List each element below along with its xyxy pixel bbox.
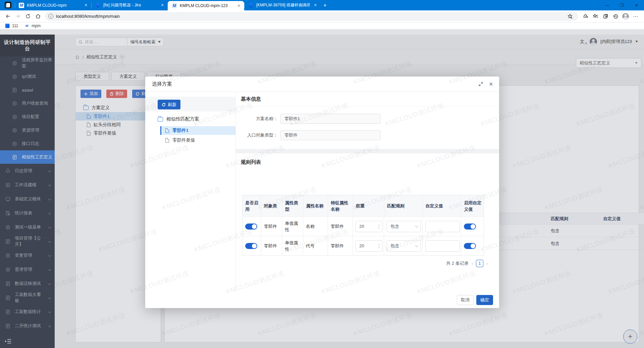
profile-icon[interactable] <box>621 12 631 21</box>
bookmark-label: mpm <box>32 23 41 28</box>
custom-value-input[interactable] <box>425 240 460 252</box>
modal-title: 选择方案 <box>152 81 172 87</box>
tab-title: [fix] 问题导航器 - Jira <box>103 2 157 8</box>
url-text[interactable]: localhost:8080/kmsoft/mpm/main <box>56 14 120 19</box>
modal-pagination: 共 2 条记录 ‹ 1 › <box>446 260 488 267</box>
record-count: 共 2 条记录 <box>446 260 468 266</box>
site-info-icon[interactable]: i <box>48 14 53 19</box>
folder-icon <box>158 117 163 121</box>
km-favicon: M <box>172 3 177 8</box>
workspace-icon[interactable] <box>5 2 11 8</box>
section-rule-list: 规则列表 <box>241 159 261 165</box>
select-scheme-modal: 选择方案 ✕ 刷新 相似性匹配方案 <box>145 77 499 308</box>
browser-titlebar: M KMPLM CLOUD-mpm ✕ [fix] 问题导航器 - Jira ✕… <box>0 0 644 10</box>
section-basic-info: 基本信息 <box>241 96 261 102</box>
scheme-name-label: 方案名称： <box>236 116 278 122</box>
next-page-icon[interactable]: › <box>486 261 488 266</box>
window-close-button[interactable]: ✕ <box>629 0 644 10</box>
modal-tree-item-selected[interactable]: 零部件1 <box>160 126 235 135</box>
home-icon[interactable] <box>33 12 43 21</box>
favorite-add-icon[interactable] <box>565 12 575 21</box>
entry-type-label: 入口对象类型： <box>236 132 278 138</box>
chevron-down-icon <box>415 244 418 247</box>
close-icon[interactable]: ✕ <box>489 81 493 87</box>
enable-toggle-on[interactable] <box>245 223 257 230</box>
tab-close-icon[interactable]: ✕ <box>236 4 241 8</box>
jira-favicon <box>5 24 10 28</box>
entry-type-input[interactable] <box>280 130 380 140</box>
history-icon[interactable] <box>610 12 621 21</box>
tab-title: KMPLM CLOUD-mpm <box>27 3 80 8</box>
tab-close-icon[interactable]: ✕ <box>313 3 318 7</box>
address-bar[interactable]: i localhost:8080/kmsoft/mpm/main <box>45 12 578 21</box>
document-icon <box>165 138 169 143</box>
rules-table-header: 是否启用 对象类 属性类型 属性名称 特征属性名称 权重 匹配规则 自定义值 启… <box>243 195 484 216</box>
bookmark-111[interactable]: 111 <box>5 23 18 29</box>
favorites-icon[interactable] <box>590 12 600 21</box>
browser-tab-4[interactable]: [KMPLM-38759] 搭建样例调用s ✕ <box>244 0 321 10</box>
custom-toggle-on[interactable] <box>464 243 476 249</box>
window-restore-button[interactable]: ❐ <box>614 0 629 10</box>
modal-tree-root[interactable]: 相似性匹配方案 <box>158 116 199 122</box>
tab-title: KMPLM CLOUD-mpm-123 <box>180 3 233 8</box>
scheme-name-input[interactable] <box>280 114 380 124</box>
browser-tab-1[interactable]: M KMPLM CLOUD-mpm ✕ <box>15 0 91 10</box>
refresh-icon[interactable] <box>23 12 33 21</box>
tab-close-icon[interactable]: ✕ <box>83 3 89 7</box>
bookmarks-bar: 111 M mpm <box>0 22 644 29</box>
document-icon <box>165 128 169 133</box>
screen: M KMPLM CLOUD-mpm ✕ [fix] 问题导航器 - Jira ✕… <box>0 0 644 348</box>
rules-table: 是否启用 对象类 属性类型 属性名称 特征属性名称 权重 匹配规则 自定义值 启… <box>242 195 484 256</box>
chevron-down-icon <box>415 224 418 228</box>
modal-body: 刷新 相似性匹配方案 零部件1 零部件差值 <box>145 92 499 293</box>
modal-tree-panel: 刷新 相似性匹配方案 零部件1 零部件差值 <box>145 92 236 293</box>
weight-input[interactable] <box>356 240 382 252</box>
weight-input[interactable] <box>356 221 382 232</box>
modal-footer: 取消 确定 <box>145 293 499 308</box>
km-favicon: M <box>25 24 29 28</box>
match-rule-select[interactable]: 包含 <box>387 221 421 232</box>
modal-refresh-button[interactable]: 刷新 <box>158 100 180 109</box>
modal-header: 选择方案 ✕ <box>145 77 499 92</box>
match-rule-select[interactable]: 包含 <box>387 240 421 252</box>
refresh-icon <box>162 103 166 107</box>
confirm-button[interactable]: 确定 <box>476 295 493 305</box>
rule-row-2: 零部件 单值属性 代号 零部件 ▲▼ 包含 <box>243 236 484 255</box>
forward-icon[interactable] <box>13 12 23 21</box>
bookmark-label: 111 <box>12 23 18 28</box>
jira-favicon <box>248 2 254 8</box>
jira-favicon <box>95 2 101 8</box>
app-root: 设计制造协同研制平台 流程异常监控界面qzl测试aaawl用户绩效查询项目配置资… <box>0 29 644 348</box>
enable-toggle-on[interactable] <box>245 243 257 249</box>
browser-toolbar: i localhost:8080/kmsoft/mpm/main ⋯ <box>0 10 644 22</box>
bookmark-mpm[interactable]: M mpm <box>24 23 41 29</box>
collections-icon[interactable] <box>600 12 610 21</box>
back-icon[interactable] <box>3 12 13 21</box>
browser-tab-3-active[interactable]: M KMPLM CLOUD-mpm-123 ✕ <box>168 1 244 10</box>
prev-page-icon[interactable]: ‹ <box>472 261 473 266</box>
fullscreen-icon[interactable] <box>478 82 483 87</box>
browser-tab-2[interactable]: [fix] 问题导航器 - Jira ✕ <box>91 0 168 10</box>
modal-tree-item[interactable]: 零部件差值 <box>160 136 235 145</box>
custom-value-input[interactable] <box>425 221 460 232</box>
tab-close-icon[interactable]: ✕ <box>160 3 165 7</box>
tab-title: [KMPLM-38759] 搭建样例调用s <box>256 2 310 8</box>
window-minimize-button[interactable]: — <box>600 0 614 10</box>
extensions-icon[interactable] <box>580 12 590 21</box>
settings-dots-icon[interactable]: ⋯ <box>631 12 641 21</box>
new-tab-button[interactable]: + <box>321 0 329 10</box>
km-favicon: M <box>19 3 24 8</box>
custom-toggle-on[interactable] <box>464 223 476 230</box>
page-number[interactable]: 1 <box>476 260 483 267</box>
rule-row-1: 零部件 单值属性 名称 零部件 ▲▼ 包含 <box>243 216 484 236</box>
cancel-button[interactable]: 取消 <box>457 295 474 305</box>
